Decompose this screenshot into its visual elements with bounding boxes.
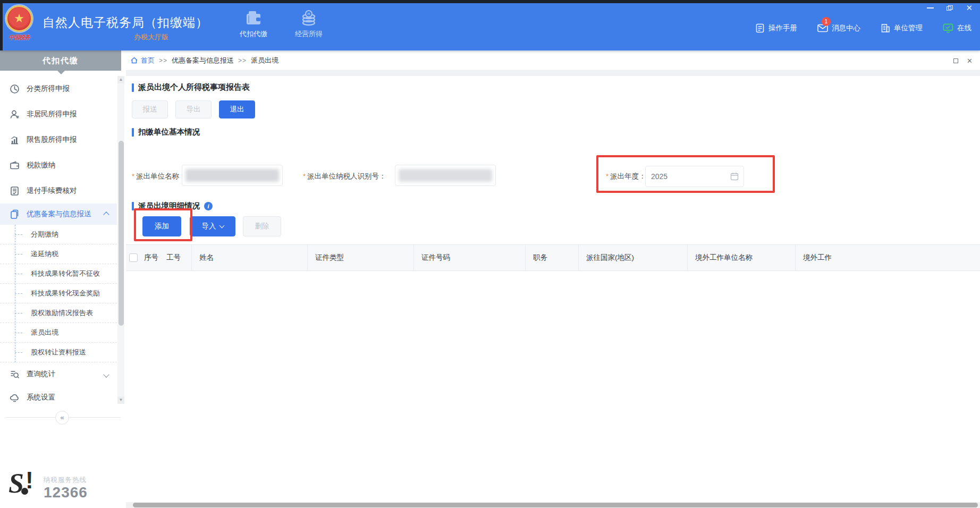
breadcrumb-level1: 优惠备案与信息报送 — [172, 56, 234, 65]
header-menu: 操作手册 1 消息中心 — [755, 23, 971, 33]
submenu-label: 股权激励情况报告表 — [31, 308, 93, 318]
info-icon[interactable]: i — [204, 202, 213, 210]
header-cell: 境外工作单位名称 — [688, 245, 796, 270]
dispatch-year-input[interactable] — [645, 166, 744, 187]
horizontal-scrollbar[interactable] — [126, 502, 980, 508]
calendar-icon[interactable] — [730, 172, 739, 181]
sidebar-item-label: 分类所得申报 — [27, 84, 70, 94]
form-toolbar: 报送 导出 退出 — [132, 100, 255, 118]
exit-button[interactable]: 退出 — [219, 100, 255, 118]
delete-button[interactable]: 删除 — [243, 216, 281, 236]
top-nav-business-income[interactable]: 经营所得 — [288, 10, 330, 39]
window-controls: ✕ — [927, 4, 973, 12]
report-form-card: 派员出境个人所得税事项报告表 报送 导出 退出 扣缴单位基本情况 *派出单位名称… — [126, 76, 980, 502]
tree-stub — [15, 254, 22, 255]
submenu-item-equity-incentive-report[interactable]: 股权激励情况报告表 — [0, 303, 117, 323]
import-label: 导入 — [202, 222, 216, 231]
app-title: 自然人电子税务局（扣缴端） — [43, 14, 208, 31]
scrollbar-thumb[interactable] — [119, 141, 124, 326]
submenu-label: 股权转让资料报送 — [31, 348, 86, 357]
pie-clock-icon — [10, 84, 20, 94]
top-nav-withholding[interactable]: 代扣代缴 — [233, 10, 274, 39]
export-button[interactable]: 导出 — [175, 100, 212, 118]
menu-messages[interactable]: 1 消息中心 — [817, 23, 860, 33]
panel-controls: ✕ — [953, 50, 973, 71]
hotline-s-glyph: S — [9, 468, 24, 499]
header-cell: 派往国家(地区) — [579, 245, 688, 270]
collapse-sidebar-button[interactable]: « — [55, 411, 69, 425]
panel-close-icon[interactable]: ✕ — [967, 57, 973, 64]
submenu-item-installment-payment[interactable]: 分期缴纳 — [0, 225, 117, 244]
sidebar-item-restricted-shares[interactable]: 限售股所得申报 — [0, 127, 117, 153]
chevron-up-icon — [104, 209, 108, 219]
minimize-button[interactable] — [927, 7, 934, 9]
menu-label: 单位管理 — [894, 23, 923, 33]
home-icon — [130, 56, 138, 64]
panel-maximize-icon[interactable] — [953, 58, 958, 63]
breadcrumb-separator: >> — [238, 57, 247, 64]
scroll-up-icon[interactable]: ▲ — [117, 76, 124, 83]
sidebar-item-query-statistics[interactable]: 查询统计 — [0, 362, 117, 386]
sidebar-item-refund-fee-check[interactable]: 退付手续费核对 — [0, 178, 117, 204]
wallet-outline-icon — [10, 160, 20, 171]
wallet-icon — [244, 10, 263, 27]
app-window: ★ 中国税务 自然人电子税务局（扣缴端） 办税大厅版 代扣代缴 — [0, 0, 980, 508]
header-cell: 姓名 — [192, 245, 308, 270]
menu-unit-management[interactable]: 单位管理 — [881, 23, 923, 33]
submenu-item-tech-achievement-no-levy[interactable]: 科技成果转化暂不征收 — [0, 264, 117, 284]
submenu-label: 派员出境 — [31, 328, 58, 337]
select-all-checkbox[interactable] — [129, 253, 138, 262]
close-button[interactable]: ✕ — [966, 4, 973, 12]
header-cell: 境外工作 — [796, 245, 980, 270]
submenu-item-tech-achievement-cash-award[interactable]: 科技成果转化现金奖励 — [0, 284, 117, 303]
header-cell: 序号 — [140, 245, 159, 270]
submenu-item-equity-transfer-filing[interactable]: 股权转让资料报送 — [0, 343, 117, 362]
horizontal-scrollbar-thumb[interactable] — [133, 503, 978, 507]
sidebar-item-nonresident-income[interactable]: 非居民所得申报 — [0, 101, 117, 127]
sidebar-item-classified-income[interactable]: 分类所得申报 — [0, 76, 117, 101]
manual-icon — [755, 23, 765, 33]
coins-icon — [300, 10, 318, 27]
redacted-value — [399, 169, 492, 182]
sidebar-item-tax-payment[interactable]: 税款缴纳 — [0, 153, 117, 178]
bar-chart-icon — [10, 135, 20, 145]
unit-name-input[interactable] — [182, 165, 283, 186]
required-mark: * — [303, 172, 306, 180]
unit-tax-id-label: *派出单位纳税人识别号： — [303, 172, 386, 181]
redacted-value — [185, 169, 279, 182]
breadcrumb-home[interactable]: 首页 — [130, 56, 155, 65]
restore-button[interactable] — [947, 5, 953, 11]
sidebar-scrollbar[interactable]: ▲ ▼ — [117, 76, 124, 404]
message-count-badge: 1 — [822, 17, 831, 26]
submenu-item-dispatch-exit[interactable]: 派员出境 — [0, 323, 117, 343]
annotation-box-add-button — [134, 208, 192, 241]
menu-label: 在线 — [957, 23, 971, 33]
sidebar-submenu: 分期缴纳 递延纳税 科技成果转化暂不征收 科技成果转化现金奖励 股权激励情况报告… — [0, 225, 117, 362]
tree-stub — [15, 313, 22, 314]
scroll-down-icon[interactable]: ▼ — [117, 396, 124, 404]
import-button[interactable]: 导入 — [190, 216, 235, 236]
submit-button[interactable]: 报送 — [132, 100, 168, 118]
breadcrumb: 首页 >> 优惠备案与信息报送 >> 派员出境 ✕ — [126, 50, 980, 71]
section-bar — [132, 128, 134, 137]
section-basic-info: 扣缴单位基本情况 — [132, 127, 200, 137]
top-nav-label: 代扣代缴 — [240, 29, 267, 39]
submenu-item-deferred-tax[interactable]: 递延纳税 — [0, 244, 117, 264]
section-bar — [132, 83, 134, 92]
sidebar-item-preferential-filing[interactable]: 优惠备案与信息报送 — [0, 204, 117, 225]
sidebar-item-label: 限售股所得申报 — [27, 135, 77, 145]
sidebar-item-system-settings[interactable]: 系统设置 — [0, 386, 117, 404]
sidebar-collapse-row: « — [0, 411, 126, 424]
app-subtitle: 办税大厅版 — [134, 32, 168, 42]
menu-online-status[interactable]: 在线 — [943, 23, 971, 33]
hotline-label: 纳税服务热线 — [44, 476, 88, 485]
detail-table-header: 序号 工号 姓名 证件类型 证件号码 职务 派往国家(地区) 境外工作单位名称 … — [126, 244, 980, 271]
annotation-box-dispatch-year: *派出年度： — [596, 155, 775, 193]
unit-tax-id-input[interactable] — [395, 165, 496, 186]
tree-stub — [15, 234, 22, 235]
chevron-down-icon — [104, 369, 108, 379]
sidebar-item-label: 系统设置 — [27, 393, 55, 402]
required-mark: * — [606, 172, 609, 180]
sidebar-menu: 分类所得申报 非居民所得申报 — [0, 76, 117, 404]
menu-manual[interactable]: 操作手册 — [755, 23, 797, 33]
